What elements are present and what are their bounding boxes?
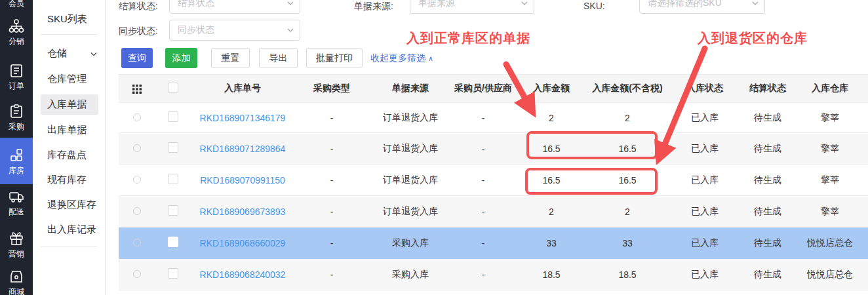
menu-divider: [41, 246, 97, 247]
cell-warehouse: 悦悦店总仓: [793, 237, 867, 249]
order-no-link[interactable]: RKD1689071346179: [191, 113, 294, 123]
add-button[interactable]: 添加: [165, 48, 197, 68]
menu-divider: [41, 34, 97, 35]
row-checkbox[interactable]: [168, 174, 178, 184]
settle-status-select[interactable]: 结算状态: [169, 0, 300, 14]
row-checkbox[interactable]: [168, 205, 178, 216]
rail-item-label: 分销: [9, 37, 24, 46]
cell-amount: 16.5: [515, 144, 587, 154]
rail-item-label: 商城: [9, 287, 24, 295]
table-header-row: 入库单号 采购类型 单据来源 采购员/供应商 入库金额 入库金额(不含税) 入库…: [119, 74, 868, 103]
rail-item-label: 配送: [9, 207, 24, 216]
order-no-link[interactable]: RKD1689068660029: [191, 238, 294, 248]
query-button[interactable]: 查询: [121, 48, 153, 68]
inbound-orders-table: 入库单号 采购类型 单据来源 采购员/供应商 入库金额 入库金额(不含税) 入库…: [119, 74, 868, 290]
rail-item-orders[interactable]: 订单: [0, 63, 33, 90]
rail-item-label: 订单: [9, 81, 24, 90]
cell-buyer: -: [451, 269, 515, 280]
row-radio[interactable]: [133, 113, 141, 121]
cell-status: 已入库: [667, 269, 742, 281]
menu-item-stocktaking[interactable]: 库存盘点: [47, 149, 87, 161]
cell-purchase-type: -: [294, 269, 370, 280]
cell-buyer: -: [451, 238, 515, 248]
cell-buyer: -: [451, 144, 515, 154]
settle-status-filter-label: 结算状态:: [119, 1, 158, 12]
menu-item-current-stock[interactable]: 现有库存: [47, 174, 87, 186]
row-radio[interactable]: [133, 207, 141, 215]
cell-settle: 待生成: [742, 143, 793, 155]
menu-item-outbound-orders[interactable]: 出库单据: [47, 124, 87, 136]
table-row[interactable]: RKD1689070991150 - 订单退货入库 - 16.5 16.5 已入…: [119, 165, 868, 196]
rail-item-mall[interactable]: 商城: [0, 269, 33, 295]
menu-item-inbound-orders-active[interactable]: 入库单据: [41, 94, 98, 115]
rail-item-label: 会员: [9, 0, 24, 8]
row-radio[interactable]: [133, 270, 141, 278]
col-purchase-type: 采购类型: [294, 83, 370, 94]
rail-item-marketing[interactable]: 营销: [0, 231, 33, 258]
cell-amount: 18.5: [515, 269, 587, 280]
cell-source: 采购入库: [370, 237, 451, 249]
order-no-link[interactable]: RKD1689068240032: [191, 269, 294, 280]
collapse-filters-link[interactable]: 收起更多筛选 ∧: [370, 52, 433, 64]
cell-status: 已入库: [667, 206, 742, 218]
rail-item-warehouse-active[interactable]: 库房: [0, 138, 33, 184]
delivery-truck-icon: [9, 189, 24, 205]
sync-status-select[interactable]: 同步状态: [169, 20, 300, 41]
cell-purchase-type: -: [294, 175, 370, 186]
table-row[interactable]: RKD1689068240032 - 采购入库 - 18.5 18.5 已入库 …: [119, 259, 868, 290]
cell-purchase-type: -: [294, 113, 370, 123]
menu-item-sku-list[interactable]: SKU列表: [47, 13, 87, 26]
rail-item-distribution[interactable]: 分销: [0, 18, 33, 46]
cell-source: 采购入库: [370, 269, 451, 281]
row-radio[interactable]: [133, 176, 141, 184]
cell-amount-no-tax: 2: [587, 206, 667, 217]
menu-item-warehouse-mgmt[interactable]: 仓库管理: [47, 73, 87, 85]
row-checkbox[interactable]: [168, 268, 178, 279]
menu-item-inout-records[interactable]: 出入库记录: [47, 224, 96, 236]
doc-source-placeholder: 单据来源: [418, 0, 455, 9]
cell-amount-no-tax: 16.5: [587, 175, 667, 186]
cell-status: 已入库: [667, 112, 742, 124]
col-amount: 入库金额: [515, 83, 587, 94]
menu-item-return-zone-stock[interactable]: 退换区库存: [47, 199, 96, 211]
cell-status: 已入库: [667, 237, 742, 249]
order-no-link[interactable]: RKD1689069673893: [191, 206, 294, 217]
cell-settle: 待生成: [742, 269, 793, 281]
row-radio[interactable]: [133, 239, 141, 246]
menu-group-storage[interactable]: 仓储: [47, 47, 98, 60]
select-all-checkbox[interactable]: [168, 83, 178, 93]
primary-nav-rail: 会员 分销 订单 采购 库房 配送 营销 商城: [0, 0, 33, 295]
reset-button[interactable]: 重置: [211, 48, 250, 68]
row-checkbox[interactable]: [168, 111, 178, 122]
cell-source: 订单退货入库: [370, 206, 451, 218]
rail-item-delivery[interactable]: 配送: [0, 189, 33, 216]
cell-settle: 待生成: [742, 206, 793, 218]
chevron-down-icon: [286, 26, 294, 34]
row-radio[interactable]: [133, 144, 141, 152]
cell-purchase-type: -: [294, 238, 370, 248]
cell-amount-no-tax: 33: [587, 238, 667, 248]
doc-source-select[interactable]: 单据来源: [410, 0, 534, 14]
table-row[interactable]: RKD1689071346179 - 订单退货入库 - 2 2 已入库 待生成 …: [119, 103, 868, 133]
batch-print-button[interactable]: 批量打印: [306, 48, 363, 68]
rail-item-purchase[interactable]: 采购: [0, 104, 33, 131]
export-button[interactable]: 导出: [259, 48, 298, 68]
sku-select[interactable]: 请选择筛选的SKU: [639, 0, 765, 14]
column-settings-icon[interactable]: [119, 83, 155, 94]
rail-item-member[interactable]: 会员: [0, 0, 33, 8]
row-checkbox[interactable]: [168, 237, 178, 247]
chevron-down-icon: [751, 0, 759, 7]
sku-filter-label: SKU:: [583, 1, 605, 11]
table-row-selected[interactable]: RKD1689068660029 - 采购入库 - 33 33 已入库 待生成 …: [119, 227, 868, 259]
table-row[interactable]: RKD1689071289864 - 订单退货入库 - 16.5 16.5 已入…: [119, 133, 868, 165]
order-no-link[interactable]: RKD1689071289864: [191, 144, 294, 154]
settle-status-placeholder: 结算状态: [178, 0, 214, 9]
cell-warehouse: 擎莘: [793, 112, 867, 124]
order-no-link[interactable]: RKD1689070991150: [191, 175, 294, 186]
col-buyer: 采购员/供应商: [451, 83, 515, 94]
table-row[interactable]: RKD1689069673893 - 订单退货入库 - 2 2 已入库 待生成 …: [119, 196, 868, 227]
row-checkbox[interactable]: [168, 142, 178, 153]
cell-purchase-type: -: [294, 206, 370, 217]
sync-status-placeholder: 同步状态: [178, 24, 214, 36]
cell-settle: 待生成: [742, 237, 793, 249]
